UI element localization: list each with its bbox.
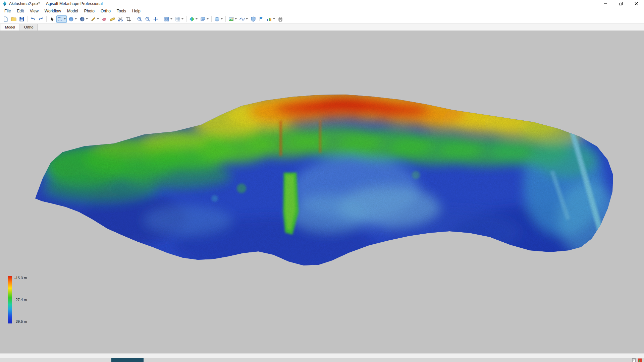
tile-windows-icon: [164, 16, 169, 22]
zoom-in-button[interactable]: [136, 15, 143, 23]
undo-icon: [30, 16, 36, 22]
photos-pane-icon: [175, 16, 180, 22]
print-icon: [278, 16, 283, 22]
crop-selection-icon: [126, 16, 131, 22]
reset-view-button[interactable]: [152, 15, 159, 23]
ruler-button[interactable]: [109, 15, 116, 23]
eraser-button[interactable]: [101, 15, 108, 23]
show-shapes-button[interactable]: [250, 15, 257, 23]
restore-icon: [619, 1, 623, 7]
taskbar-segment: [0, 358, 111, 362]
rotate-object-icon: [68, 16, 74, 22]
reset-view-icon: [153, 16, 158, 22]
profile-tool-icon: [239, 16, 245, 22]
show-markers-icon: [259, 16, 264, 22]
legend-label-0: -15.3 m: [14, 276, 27, 280]
depth-legend: -15.3 m-27.4 m-39.5 m: [8, 276, 27, 323]
dropdown-caret-icon: [221, 18, 223, 19]
contrast-tool-icon: [267, 16, 272, 22]
tray-app-icon[interactable]: [638, 358, 642, 362]
menu-ortho[interactable]: Ortho: [98, 8, 114, 14]
tile-windows-button[interactable]: [163, 15, 173, 23]
model-3d-render: [0, 31, 644, 353]
dropdown-caret-icon: [207, 18, 209, 19]
tab-model[interactable]: Model: [1, 24, 19, 31]
dropdown-caret-icon: [181, 18, 183, 19]
model-shaded-view-button[interactable]: [188, 15, 199, 23]
menu-model[interactable]: Model: [64, 8, 81, 14]
redo-button[interactable]: [37, 15, 45, 23]
legend-label-1: -27.4 m: [14, 298, 27, 302]
rotate-object-button[interactable]: [67, 15, 78, 23]
menu-file[interactable]: File: [1, 8, 14, 14]
toolbar-separator: [46, 16, 47, 22]
window-layout-button[interactable]: [199, 15, 210, 23]
save-project-icon: [19, 16, 24, 22]
toolbar: [0, 15, 644, 23]
taskbar-sliver: [0, 358, 644, 362]
show-images-icon: [228, 16, 234, 22]
dropdown-caret-icon: [97, 18, 99, 19]
show-basemap-icon: [214, 16, 220, 22]
dropdown-caret-icon: [196, 18, 198, 19]
window-controls: [598, 0, 644, 7]
move-object-button[interactable]: [78, 15, 89, 23]
delete-selection-button[interactable]: [117, 15, 124, 23]
tab-ortho[interactable]: Ortho: [20, 24, 38, 31]
photos-pane-button[interactable]: [174, 15, 184, 23]
model-shaded-view-icon: [189, 16, 195, 22]
toolbar-separator: [27, 16, 28, 22]
model-viewport[interactable]: -15.3 m-27.4 m-39.5 m: [0, 31, 644, 353]
legend-labels: -15.3 m-27.4 m-39.5 m: [14, 276, 27, 323]
zoom-out-button[interactable]: [144, 15, 151, 23]
show-images-button[interactable]: [227, 15, 238, 23]
minimize-button[interactable]: [598, 0, 613, 7]
show-markers-button[interactable]: [258, 15, 265, 23]
menu-view[interactable]: View: [27, 8, 42, 14]
new-project-icon: [3, 16, 8, 22]
restore-button[interactable]: [613, 0, 629, 7]
menubar: FileEditViewWorkflowModelPhotoOrthoTools…: [0, 7, 644, 15]
move-object-icon: [79, 16, 85, 22]
zoom-in-icon: [137, 16, 142, 22]
undo-button[interactable]: [29, 15, 37, 23]
navigation-button[interactable]: [48, 15, 56, 23]
toolbar-separator: [134, 16, 134, 22]
profile-tool-button[interactable]: [238, 15, 249, 23]
draw-polyline-button[interactable]: [90, 15, 100, 23]
show-basemap-button[interactable]: [213, 15, 224, 23]
dropdown-caret-icon: [235, 18, 237, 19]
zoom-out-icon: [145, 16, 150, 22]
save-project-button[interactable]: [18, 15, 25, 23]
app-icon: [2, 1, 7, 6]
open-project-button[interactable]: [10, 15, 17, 23]
delete-selection-icon: [118, 16, 123, 22]
crop-selection-button[interactable]: [125, 15, 132, 23]
open-project-icon: [11, 16, 16, 22]
rectangle-selection-button[interactable]: [56, 15, 67, 23]
titlebar: Akitushima2.psx* — Agisoft Metashape Pro…: [0, 0, 644, 7]
eraser-icon: [102, 16, 107, 22]
toolbar-separator: [161, 16, 161, 22]
dropdown-caret-icon: [246, 18, 248, 19]
dropdown-caret-icon: [86, 18, 88, 19]
statusbar: [0, 353, 644, 358]
contrast-tool-button[interactable]: [266, 15, 276, 23]
close-button[interactable]: [629, 0, 644, 7]
menu-photo[interactable]: Photo: [81, 8, 98, 14]
toolbar-separator: [225, 16, 226, 22]
taskbar-window-preview[interactable]: [111, 358, 144, 362]
menu-workflow[interactable]: Workflow: [42, 8, 64, 14]
menu-edit[interactable]: Edit: [14, 8, 27, 14]
draw-polyline-icon: [91, 16, 96, 22]
window-title: Akitushima2.psx* — Agisoft Metashape Pro…: [9, 1, 103, 6]
legend-label-2: -39.5 m: [14, 319, 27, 323]
legend-colorbar: [8, 276, 12, 323]
dropdown-caret-icon: [170, 18, 172, 19]
menu-help[interactable]: Help: [129, 8, 144, 14]
tray-document-icon[interactable]: [632, 358, 636, 362]
menu-tools[interactable]: Tools: [114, 8, 129, 14]
print-button[interactable]: [277, 15, 284, 23]
minimize-icon: [604, 1, 607, 7]
new-project-button[interactable]: [2, 15, 9, 23]
